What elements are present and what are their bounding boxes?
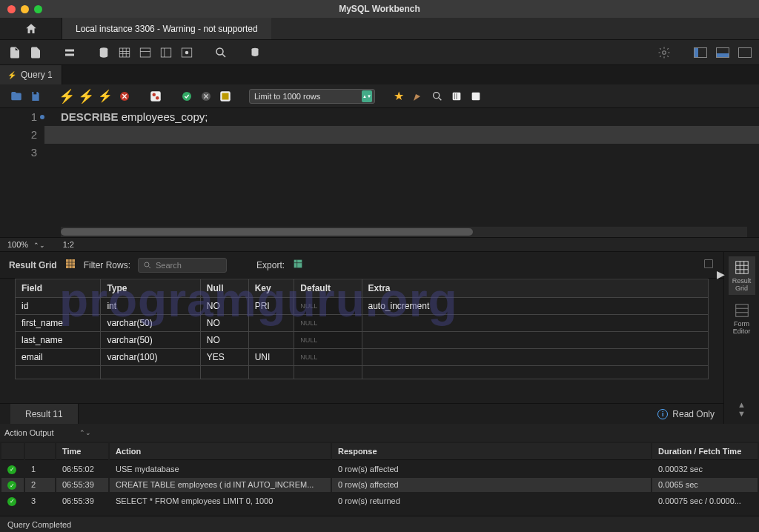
limit-rows-select[interactable]: Limit to 1000 rows ▲▼ [249, 89, 375, 104]
inspector-icon[interactable] [62, 45, 77, 60]
form-icon [734, 302, 750, 319]
col-key[interactable]: Key [248, 279, 294, 298]
export-label: Export: [256, 260, 285, 270]
create-schema-icon[interactable] [96, 45, 111, 60]
export-icon[interactable] [292, 258, 304, 272]
execute-current-icon[interactable]: ⚡ [79, 89, 93, 104]
sql-editor[interactable]: 1 2 3 DESCRIBE employees_copy; [0, 108, 759, 237]
line-number: 2 [0, 126, 37, 144]
chevron-updown-icon: ⌃⌄ [31, 242, 45, 249]
success-icon: ✓ [7, 481, 16, 490]
grid-icon[interactable] [64, 258, 76, 272]
action-output-row[interactable]: ✓206:55:39CREATE TABLE employees ( id IN… [1, 478, 758, 493]
connection-tabs: Local instance 3306 - Warning - not supp… [0, 18, 759, 40]
filter-rows-label: Filter Rows: [84, 260, 130, 270]
code-area[interactable]: DESCRIBE employees_copy; [44, 108, 759, 237]
bolt-icon: ⚡ [7, 71, 16, 79]
filter-rows-input[interactable]: Search [138, 258, 227, 273]
svg-rect-26 [705, 260, 713, 268]
create-procedure-icon[interactable] [159, 45, 173, 60]
home-tab[interactable] [0, 18, 62, 39]
create-function-icon[interactable] [179, 45, 194, 60]
read-only-label: Read Only [672, 409, 715, 419]
create-table-icon[interactable] [117, 45, 132, 60]
rollback-icon[interactable] [199, 89, 213, 104]
collapse-icon[interactable]: ▶ [717, 268, 725, 280]
result-tab[interactable]: Result 11 [10, 404, 79, 424]
chevron-updown-icon: ⌃⌄ [79, 429, 91, 436]
action-output-label[interactable]: Action Output [4, 428, 54, 437]
open-sql-file-icon[interactable] [28, 45, 43, 60]
success-icon: ✓ [7, 497, 16, 506]
svg-rect-3 [119, 48, 130, 57]
invisible-chars-icon[interactable] [430, 89, 445, 104]
grid-view-icon [734, 259, 750, 276]
save-file-icon[interactable] [28, 89, 43, 104]
ao-col-duration[interactable]: Duration / Fetch Time [652, 443, 758, 460]
col-field[interactable]: Field [16, 279, 101, 298]
action-output-header: Action Output ⌃⌄ [0, 424, 759, 442]
beautify-icon[interactable]: ★ [391, 89, 406, 104]
toggle-limit-icon[interactable] [218, 89, 233, 104]
toggle-right-panel-button[interactable] [738, 47, 752, 58]
find-icon[interactable] [411, 89, 425, 104]
svg-rect-27 [735, 262, 748, 274]
execute-icon[interactable]: ⚡ [59, 89, 74, 104]
status-bar: Query Completed [0, 516, 759, 532]
col-extra[interactable]: Extra [362, 279, 709, 298]
svg-rect-13 [150, 91, 161, 102]
commit-icon[interactable] [179, 89, 194, 104]
table-row[interactable]: last_namevarchar(50)NONULL [16, 332, 709, 349]
svg-point-24 [145, 262, 149, 267]
ao-col-response[interactable]: Response [332, 443, 651, 460]
wrap-cell-icon[interactable] [703, 258, 715, 272]
svg-rect-23 [66, 259, 75, 268]
connection-tab[interactable]: Local instance 3306 - Warning - not supp… [62, 18, 271, 39]
action-output-table[interactable]: Time Action Response Duration / Fetch Ti… [0, 442, 759, 510]
svg-point-7 [185, 50, 189, 54]
action-output-row[interactable]: ✓306:55:39SELECT * FROM employees LIMIT … [1, 493, 758, 508]
settings-icon[interactable] [657, 45, 672, 60]
status-text: Query Completed [7, 520, 71, 529]
editor-toolbar: ⚡ ⚡ ⚡ Limit to 1000 rows ▲▼ ★ [0, 84, 759, 108]
search-icon [143, 261, 152, 270]
result-grid-view-button[interactable]: Result Grid [729, 256, 755, 295]
line-gutter: 1 2 3 [0, 108, 44, 237]
query-tab-1[interactable]: ⚡ Query 1 [0, 65, 62, 84]
explain-icon[interactable]: ⚡ [98, 89, 113, 104]
reconnect-icon[interactable] [248, 45, 262, 60]
svg-point-10 [663, 50, 666, 54]
search-table-icon[interactable] [213, 45, 228, 60]
svg-point-16 [182, 92, 191, 101]
svg-rect-22 [472, 92, 480, 100]
horizontal-scrollbar[interactable] [61, 227, 747, 237]
ao-col-action[interactable]: Action [110, 443, 331, 460]
result-area: Result Grid Filter Rows: Search Export: … [0, 252, 759, 424]
sql-text: employees_copy; [119, 110, 208, 123]
toggle-autocommit-icon[interactable] [148, 89, 163, 104]
toggle-left-panel-button[interactable] [694, 47, 707, 58]
wrap-icon[interactable] [449, 89, 464, 104]
action-output-row[interactable]: ✓106:55:02USE mydatabase0 row(s) affecte… [1, 462, 758, 476]
col-type[interactable]: Type [101, 279, 200, 298]
table-row[interactable]: idintNOPRINULLauto_increment [16, 298, 709, 315]
table-row[interactable]: emailvarchar(100)YESUNINULL [16, 349, 709, 366]
scroll-arrows-icon[interactable]: ▲▼ [738, 400, 746, 418]
toggle-bottom-panel-button[interactable] [716, 47, 729, 58]
ao-col-time[interactable]: Time [56, 443, 108, 460]
col-null[interactable]: Null [200, 279, 248, 298]
create-view-icon[interactable] [138, 45, 153, 60]
form-editor-view-button[interactable]: Form Editor [729, 299, 755, 338]
snippets-icon[interactable] [468, 89, 483, 104]
limit-label: Limit to 1000 rows [254, 92, 320, 101]
stop-icon[interactable] [117, 89, 132, 104]
zoom-level[interactable]: 100% [7, 240, 28, 249]
result-grid[interactable]: Field Type Null Key Default Extra idintN… [0, 279, 723, 403]
result-toolbar: Result Grid Filter Rows: Search Export: [0, 252, 723, 279]
open-file-icon[interactable] [9, 89, 24, 104]
col-default[interactable]: Default [294, 279, 362, 298]
table-row[interactable]: first_namevarchar(50)NONULL [16, 315, 709, 332]
result-tabs: Result 11 i Read Only [0, 403, 723, 424]
new-sql-tab-icon[interactable] [7, 45, 22, 60]
main-toolbar [0, 40, 759, 65]
